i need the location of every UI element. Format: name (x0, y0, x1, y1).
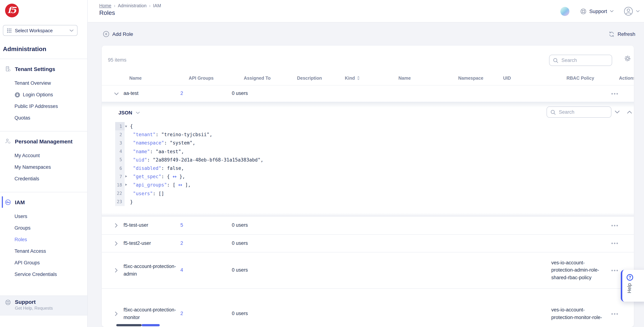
help-tab[interactable]: ? Help (621, 270, 644, 302)
horizontal-scrollbar-segment[interactable] (142, 324, 160, 326)
sidebar-item-service-credentials[interactable]: Service Credentials (0, 269, 87, 280)
sidebar-section-tenant-settings: Tenant SettingsTenant OverviewLogin Opti… (0, 59, 87, 132)
line-number: 2 (115, 130, 124, 139)
json-mode-dropdown[interactable]: JSON (118, 110, 140, 116)
row-actions-menu[interactable] (607, 225, 628, 226)
question-icon: ? (626, 274, 633, 281)
column-header-namespace: Namespace (455, 76, 500, 80)
search-prev-icon[interactable] (625, 108, 634, 116)
workspace-selector[interactable]: Select Workspace (3, 25, 78, 36)
chevron-down-icon (136, 111, 140, 114)
assigned-to: 0 users (232, 222, 290, 229)
assigned-to: 0 users (232, 90, 290, 98)
line-number: 18 (115, 181, 124, 189)
code-text: "api_groups": [ ↔ ], (130, 182, 191, 188)
collapse-row-icon[interactable] (109, 92, 124, 95)
api-groups-count-link[interactable]: 2 (178, 240, 232, 247)
sidebar-item-my-account[interactable]: My Account (0, 150, 87, 162)
assigned-to: 0 users (232, 267, 290, 274)
code-text: "users": [] (130, 191, 164, 196)
sidebar-section-header-iam[interactable]: IAM (0, 198, 87, 206)
sidebar-section-header-personal-management[interactable]: Personal Management (0, 138, 87, 145)
sidebar-item-quotas[interactable]: Quotas (0, 112, 87, 124)
code-text: } (130, 199, 133, 204)
json-search (546, 106, 612, 118)
api-groups-count-link[interactable]: 2 (178, 90, 232, 98)
api-groups-count-link[interactable]: 4 (178, 267, 232, 274)
json-code-line: 6"disabled": false, (115, 164, 623, 172)
sidebar-support[interactable]: SupportGet Help, Requests (0, 296, 87, 316)
sidebar-section-title: Tenant Settings (15, 66, 55, 72)
sidebar-item-public-ip-addresses[interactable]: Public IP Addresses (0, 101, 87, 112)
breadcrumb-item-iam: IAM (153, 3, 161, 8)
expand-row-icon[interactable] (109, 241, 124, 246)
tenant-settings-icon (5, 66, 11, 72)
column-header-description: Description (290, 76, 341, 80)
role-name: f5-test-user (124, 222, 178, 229)
search-next-icon[interactable] (613, 108, 622, 116)
sidebar-item-api-groups[interactable]: API Groups (0, 257, 87, 269)
rbac-policy: ves-io-account-protection-admin-role-sha… (551, 259, 607, 282)
json-code-line: 5"uid": "2a889f49-2d1a-48eb-bf68-31a15a3… (115, 156, 623, 164)
sidebar-item-groups[interactable]: Groups (0, 222, 87, 234)
sidebar-section-title: Personal Management (15, 138, 72, 144)
row-actions-menu[interactable] (607, 313, 628, 314)
add-role-button[interactable]: Add Role (103, 22, 133, 46)
json-search-input[interactable] (558, 109, 608, 115)
key-icon (5, 199, 11, 205)
tenant-avatar[interactable] (560, 7, 570, 16)
fold-closed-icon[interactable] (125, 184, 127, 186)
gear-icon[interactable] (624, 55, 631, 62)
breadcrumb-item-administration: Administration (118, 3, 146, 8)
collapsed-content-icon[interactable]: ↔ (178, 182, 182, 188)
page-title: Roles (99, 10, 115, 17)
topbar-right: Support (560, 0, 640, 22)
sort-icon (357, 76, 360, 80)
line-number: 22 (115, 189, 124, 198)
sidebar-item-users[interactable]: Users (0, 211, 87, 222)
line-number: 6 (115, 164, 124, 172)
breadcrumb-item-home[interactable]: Home (99, 3, 112, 8)
sidebar-item-label: API Groups (14, 257, 40, 269)
code-text: "namespace": "system", (130, 140, 195, 146)
expand-row-icon[interactable] (109, 312, 124, 316)
api-groups-count-link[interactable]: 5 (178, 222, 232, 229)
refresh-button[interactable]: Refresh (608, 22, 635, 46)
user-menu[interactable] (624, 6, 640, 16)
api-groups-count-link[interactable]: 2 (178, 310, 232, 318)
refresh-label: Refresh (618, 31, 635, 37)
sidebar-item-roles[interactable]: Roles (0, 234, 87, 246)
table-row: f5-test-user 5 0 users (102, 216, 634, 234)
topbar: Home›Administration›IAM Roles Support (88, 0, 644, 22)
role-name: f5-test2-user (124, 240, 178, 247)
json-code-line: 1{ (115, 122, 623, 130)
fold-closed-icon[interactable] (125, 175, 127, 178)
column-header-kind[interactable]: Kind (341, 76, 395, 80)
fold-open-icon[interactable] (125, 126, 127, 127)
sidebar-item-my-namespaces[interactable]: My Namespaces (0, 162, 87, 173)
row-actions-menu[interactable] (607, 242, 628, 244)
search-icon (550, 110, 556, 114)
f5-logo[interactable]: f5 (5, 4, 19, 18)
table-search-input[interactable] (561, 57, 609, 63)
sidebar-item-label: Quotas (14, 112, 30, 124)
sidebar-item-tenant-overview[interactable]: Tenant Overview (0, 78, 87, 89)
expand-row-icon[interactable] (109, 223, 124, 228)
sidebar-item-tenant-access[interactable]: Tenant Access (0, 246, 87, 257)
support-menu[interactable]: Support (580, 8, 614, 14)
line-number: 3 (115, 139, 124, 147)
table-controls: 95 items (102, 46, 634, 71)
chevron-down-icon (610, 10, 614, 12)
row-actions-menu[interactable] (607, 93, 628, 94)
sidebar-heading: Administration (3, 46, 46, 53)
expand-row-icon[interactable] (109, 268, 124, 273)
horizontal-scrollbar-thumb[interactable] (116, 324, 142, 326)
role-name: f5xc-account-protection-monitor (124, 306, 178, 321)
sidebar-item-login-options[interactable]: Login Options (0, 89, 87, 101)
sidebar-item-credentials[interactable]: Credentials (0, 173, 87, 185)
sidebar-item-label: Service Credentials (14, 269, 57, 280)
breadcrumb-separator: › (149, 3, 150, 8)
collapsed-content-icon[interactable]: ↔ (172, 174, 176, 179)
sidebar-section-header-tenant-settings[interactable]: Tenant Settings (0, 65, 87, 72)
sidebar-item-label: Users (14, 211, 27, 222)
